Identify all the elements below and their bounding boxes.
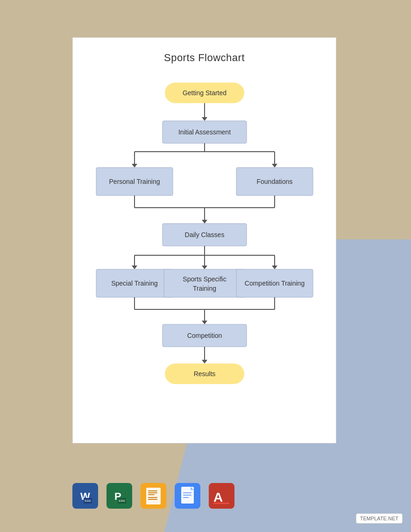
dc-right-arrowhead [272, 266, 277, 269]
svg-rect-10 [148, 490, 157, 491]
personal-training-label: Personal Training [109, 178, 160, 185]
template-badge-text: TEMPLATE.NET [360, 516, 398, 521]
svg-rect-9 [146, 488, 161, 504]
comp-arrowhead [202, 321, 207, 324]
left-arrowhead [132, 164, 137, 168]
template-badge: TEMPLATE.NET [356, 513, 403, 524]
results-arrowhead [202, 360, 207, 364]
pages-icon[interactable] [141, 483, 166, 509]
svg-rect-14 [148, 499, 157, 500]
svg-rect-11 [148, 492, 157, 493]
dc-center-arrowhead [202, 266, 207, 269]
svg-rect-20 [183, 497, 189, 498]
dc-left-arrowhead [132, 266, 137, 269]
svg-rect-19 [183, 495, 191, 496]
svg-text:≡≡≡: ≡≡≡ [85, 499, 91, 503]
special-training-label: Special Training [111, 280, 158, 287]
svg-rect-12 [148, 494, 155, 495]
getting-started-label: Getting Started [182, 89, 226, 97]
right-arrowhead [272, 164, 277, 168]
results-label: Results [193, 370, 215, 378]
arrowhead-1 [202, 117, 207, 121]
competition-label: Competition [187, 332, 222, 339]
main-card: Sports Flowchart Getting Started Initial… [72, 37, 336, 443]
chart-title: Sports Flowchart [164, 52, 245, 64]
initial-assessment-label: Initial Assessment [178, 128, 230, 136]
acrobat-icon[interactable]: A [209, 483, 234, 509]
daily-classes-label: Daily Classes [184, 231, 224, 238]
sports-specific-label-2: Training [192, 285, 216, 292]
sports-specific-node [164, 269, 245, 297]
svg-rect-18 [183, 492, 191, 493]
icons-bar: W ≡≡≡ P ≡≡≡ [72, 483, 234, 509]
competition-training-label: Competition Training [244, 280, 304, 287]
sports-specific-label-1: Sports Specific [183, 275, 226, 283]
word-icon[interactable]: W ≡≡≡ [72, 483, 98, 509]
svg-rect-23 [213, 503, 229, 504]
svg-rect-13 [148, 497, 157, 498]
foundations-label: Foundations [256, 178, 292, 185]
svg-text:A: A [213, 490, 223, 504]
flowchart-svg: Getting Started Initial Assessment Perso… [88, 78, 321, 433]
project-icon[interactable]: P ≡≡≡ [106, 483, 132, 509]
docs-icon[interactable] [175, 483, 200, 509]
dc-arrowhead [202, 220, 207, 224]
svg-text:≡≡≡: ≡≡≡ [119, 499, 125, 503]
